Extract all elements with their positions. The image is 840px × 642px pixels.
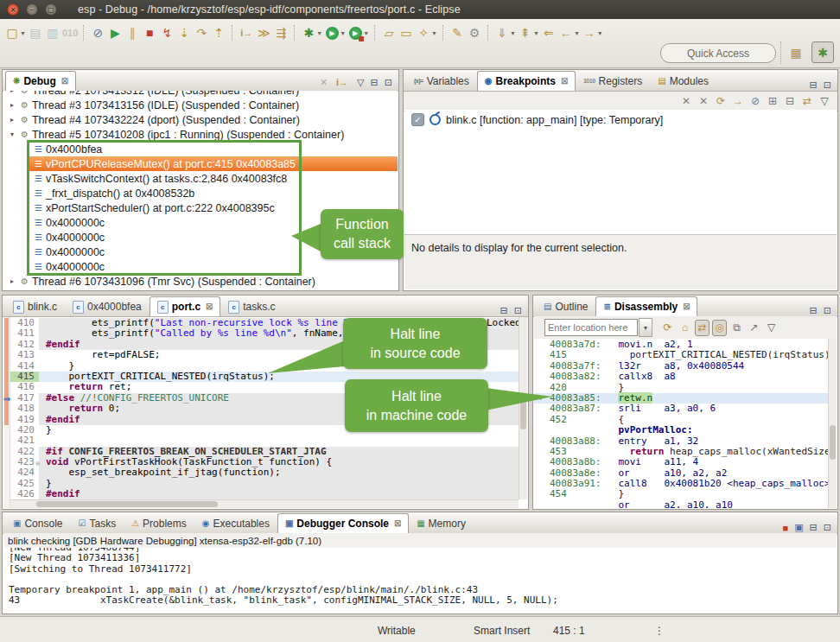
view-menu-button[interactable]: ▽ bbox=[818, 95, 830, 107]
expand-arrow-icon[interactable]: ▸ bbox=[10, 277, 19, 285]
external-tools-button[interactable]: ▶ bbox=[347, 24, 363, 41]
location-dropdown-button[interactable]: ▼ bbox=[639, 318, 652, 337]
minimize-button[interactable]: ⊟ bbox=[810, 522, 818, 533]
tab-breakpoints[interactable]: ◉Breakpoints☒ bbox=[477, 71, 576, 91]
minimize-button[interactable]: ⊟ bbox=[371, 77, 379, 88]
go-to-file-for-breakpoint-button[interactable]: → bbox=[732, 95, 744, 107]
maximize-button[interactable]: ⊡ bbox=[824, 522, 831, 533]
forward-button-dropdown[interactable]: ▼ bbox=[597, 30, 603, 36]
quick-access-button[interactable]: Quick Access bbox=[660, 43, 776, 63]
skip-all-breakpoints-toggle[interactable]: ⊘ bbox=[749, 95, 761, 107]
back-button[interactable]: ← bbox=[558, 24, 574, 41]
console-output[interactable]: [New Thread 1073468744][New Thread 10734… bbox=[3, 548, 837, 613]
remove-all-breakpoints-button[interactable]: ✕ bbox=[697, 95, 710, 107]
new-button[interactable]: ▢ bbox=[4, 24, 20, 41]
expand-arrow-icon[interactable]: ▸ bbox=[10, 116, 19, 124]
debug-launch-button[interactable]: ✱ bbox=[301, 24, 316, 41]
go-to-line-button-dropdown[interactable]: ▼ bbox=[533, 30, 539, 36]
tab-close-icon[interactable]: ☒ bbox=[394, 519, 401, 528]
use-step-filters-button[interactable]: ⇶ bbox=[273, 24, 289, 41]
tab-close-icon[interactable]: ☒ bbox=[206, 302, 213, 311]
minimize-button[interactable]: ⊟ bbox=[810, 305, 818, 316]
open-resource-button[interactable]: ▭ bbox=[398, 24, 414, 41]
tab-0x4000bfea[interactable]: c0x4000bfea bbox=[65, 296, 150, 316]
new-button-dropdown[interactable]: ▼ bbox=[20, 30, 26, 36]
link-with-debug-view-button[interactable]: ⇄ bbox=[801, 95, 813, 107]
resume-button[interactable]: ▶ bbox=[107, 24, 123, 41]
breakpoint-row[interactable]: ✓ blink.c [function: app_main] [type: Te… bbox=[404, 112, 837, 127]
build-settings-button[interactable]: ⚙ bbox=[467, 24, 482, 41]
view-menu-button[interactable]: ▽ bbox=[357, 77, 364, 88]
tab-debugger-console[interactable]: ▣Debugger Console☒ bbox=[277, 513, 409, 533]
last-edit-location-button[interactable]: ⇓ bbox=[494, 24, 510, 41]
maximize-button[interactable]: ⊡ bbox=[514, 305, 522, 316]
window-maximize-button[interactable]: ▢ bbox=[45, 3, 57, 16]
tab-outline[interactable]: ▤Outline bbox=[536, 296, 595, 316]
open-type-button[interactable]: ▱ bbox=[381, 24, 397, 41]
last-edit-location-button-dropdown[interactable]: ▼ bbox=[510, 30, 516, 36]
step-over-button[interactable]: ↷ bbox=[194, 24, 209, 41]
run-launch-button-dropdown[interactable]: ▼ bbox=[340, 30, 346, 36]
instruction-stepping-mode-button[interactable]: i→ bbox=[334, 73, 350, 91]
breakpoint-checkbox[interactable]: ✓ bbox=[411, 113, 424, 126]
debug-launch-button-dropdown[interactable]: ▼ bbox=[316, 30, 322, 36]
tab-tasks[interactable]: ☑Tasks bbox=[70, 513, 124, 533]
tab-close-icon[interactable]: ☒ bbox=[683, 302, 690, 311]
stack-frame-row-selected[interactable]: ☰vPortCPUReleaseMutex() at port.c:415 0x… bbox=[29, 156, 398, 171]
minimize-button[interactable]: ⊟ bbox=[810, 79, 818, 91]
code-line[interactable]: 426#endif bbox=[10, 489, 519, 499]
tab-port-c[interactable]: cport.c☒ bbox=[150, 296, 220, 316]
expand-all-button[interactable]: ⊞ bbox=[767, 95, 779, 107]
back-button-dropdown[interactable]: ▼ bbox=[574, 30, 580, 36]
tab-problems[interactable]: ⚠Problems bbox=[124, 513, 194, 533]
minimize-button[interactable]: ⊟ bbox=[500, 305, 508, 316]
show-breakpoints-for-selection-button[interactable]: ⟳ bbox=[715, 95, 727, 107]
expand-arrow-icon[interactable]: ▸ bbox=[10, 91, 19, 94]
terminate-button[interactable]: ■ bbox=[142, 24, 157, 41]
debug-perspective-icon[interactable]: ✱ bbox=[811, 41, 834, 63]
save-all-button[interactable]: ▥ bbox=[45, 24, 60, 41]
tab-registers[interactable]: 1010Registers bbox=[576, 71, 650, 91]
step-return-button[interactable]: ⇡ bbox=[211, 24, 226, 41]
external-tools-button-dropdown[interactable]: ▼ bbox=[363, 30, 369, 36]
tab-memory[interactable]: ▦Memory bbox=[409, 513, 474, 533]
skip-all-breakpoints-button[interactable]: ⊘ bbox=[90, 24, 105, 41]
back-history-button[interactable]: ⇐ bbox=[541, 24, 557, 41]
binary-view-button[interactable]: 010 bbox=[62, 24, 78, 41]
terminate-console-button[interactable]: ■ bbox=[783, 523, 789, 533]
stack-frame-row[interactable]: ☰_frxt_dispatch() at 0x4008532b bbox=[3, 186, 398, 200]
tab-executables[interactable]: ◉Executables bbox=[194, 513, 277, 533]
disassembly-line[interactable]: or a2, a10, a10 bbox=[534, 500, 829, 508]
maximize-button[interactable]: ⊡ bbox=[385, 77, 392, 88]
thread-row[interactable]: ▾⚙Thread #5 1073410208 (ipc1 : Running) … bbox=[3, 127, 398, 142]
refresh-view-button[interactable]: ⟳ bbox=[660, 320, 675, 336]
tab-blink-c[interactable]: cblink.c bbox=[5, 296, 65, 316]
display-selected-console-button[interactable]: ▣ bbox=[794, 522, 803, 533]
editor-vertical-scrollbar[interactable] bbox=[519, 317, 527, 499]
code-line[interactable]: 425} bbox=[10, 479, 519, 489]
tab-debug[interactable]: ❋Debug☒ bbox=[5, 71, 76, 91]
disassembly-scrollbar[interactable] bbox=[828, 339, 837, 508]
tab-variables[interactable]: (x)=Variables bbox=[406, 71, 477, 91]
forward-button[interactable]: → bbox=[582, 24, 597, 41]
window-close-button[interactable]: ✕ bbox=[7, 3, 19, 16]
pin-view-button[interactable]: ↗ bbox=[747, 320, 761, 336]
tab-close-icon[interactable]: ☒ bbox=[561, 77, 568, 86]
thread-row[interactable]: ▸⚙Thread #4 1073432224 (dport) (Suspende… bbox=[3, 112, 398, 127]
sync-selection-toggle[interactable]: ◎ bbox=[712, 320, 727, 336]
stack-frame-row[interactable]: ☰0x4000000c bbox=[3, 259, 398, 274]
run-launch-button[interactable]: ▶ bbox=[324, 24, 340, 41]
show-source-toggle[interactable]: ⇄ bbox=[695, 320, 710, 336]
editor-horizontal-scrollbar[interactable] bbox=[10, 499, 519, 508]
home-button[interactable]: ⌂ bbox=[678, 320, 692, 336]
stack-frame-row[interactable]: ☰vTaskSwitchContext() at tasks.c:2,846 0… bbox=[3, 171, 398, 186]
remove-selected-breakpoints-button[interactable]: ✕ bbox=[680, 95, 692, 107]
drop-to-frame-button[interactable]: ≫ bbox=[256, 24, 271, 41]
maximize-button[interactable]: ⊡ bbox=[824, 305, 831, 316]
suspend-button[interactable]: ∥ bbox=[124, 24, 140, 41]
tab-disassembly[interactable]: ≣Disassembly☒ bbox=[595, 296, 697, 316]
search-button-dropdown[interactable]: ▼ bbox=[431, 30, 437, 36]
open-new-view-button[interactable]: ⧉ bbox=[729, 320, 744, 336]
tab-modules[interactable]: ▤Modules bbox=[650, 71, 716, 91]
maximize-button[interactable]: ⊡ bbox=[824, 79, 831, 91]
